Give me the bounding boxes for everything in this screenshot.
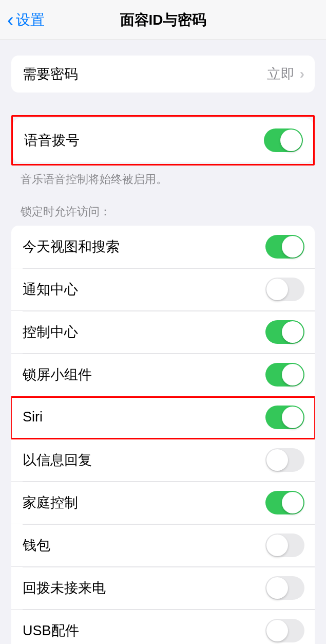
lock-access-row: Siri: [11, 396, 315, 438]
toggle-knob: [266, 279, 288, 300]
lock-access-row: 钱包: [11, 524, 315, 566]
lock-access-row: 今天视图和搜索: [11, 226, 315, 268]
lock-access-toggle[interactable]: [265, 363, 304, 387]
voice-dial-group: 语音拨号: [13, 118, 313, 162]
lock-access-toggle[interactable]: [265, 406, 304, 429]
toggle-knob: [266, 535, 288, 556]
require-passcode-row[interactable]: 需要密码 立即 ›: [11, 56, 315, 93]
lock-access-row: 家庭控制: [11, 481, 315, 524]
lock-access-label: 锁屏小组件: [23, 365, 92, 384]
lock-access-toggle[interactable]: [265, 533, 304, 557]
lock-access-toggle[interactable]: [265, 235, 304, 259]
lock-access-row: 锁屏小组件: [11, 353, 315, 396]
page-title: 面容ID与密码: [120, 10, 206, 30]
toggle-knob: [266, 449, 288, 471]
lock-access-toggle[interactable]: [265, 491, 304, 514]
lock-access-label: 以信息回复: [23, 451, 92, 469]
lock-access-toggle[interactable]: [265, 619, 304, 642]
lock-access-label: Siri: [23, 409, 43, 425]
voice-dial-toggle[interactable]: [264, 128, 303, 152]
toggle-knob: [266, 577, 288, 599]
lock-access-row: 以信息回复: [11, 438, 315, 481]
lock-access-label: USB配件: [23, 621, 79, 640]
voice-dial-row: 语音拨号: [13, 118, 313, 162]
lock-access-header: 锁定时允许访问：: [0, 188, 326, 226]
back-button[interactable]: ‹ 设置: [0, 10, 45, 30]
chevron-left-icon: ‹: [7, 10, 14, 30]
navigation-bar: ‹ 设置 面容ID与密码: [0, 0, 326, 40]
toggle-knob: [282, 321, 303, 343]
toggle-knob: [282, 364, 303, 385]
chevron-right-icon: ›: [300, 66, 304, 82]
toggle-knob: [282, 492, 303, 513]
lock-access-row: USB配件: [11, 609, 315, 644]
toggle-knob: [282, 236, 303, 257]
lock-access-label: 今天视图和搜索: [23, 237, 120, 256]
require-passcode-group: 需要密码 立即 ›: [11, 56, 315, 93]
toggle-knob: [266, 620, 288, 641]
lock-access-row: 通知中心: [11, 268, 315, 310]
voice-dial-label: 语音拨号: [24, 131, 80, 150]
voice-dial-highlight: 语音拨号: [11, 115, 315, 165]
lock-access-group: 今天视图和搜索通知中心控制中心锁屏小组件Siri以信息回复家庭控制钱包回拨未接来…: [11, 226, 315, 644]
toggle-knob: [280, 130, 302, 151]
lock-access-row: 控制中心: [11, 310, 315, 353]
toggle-knob: [282, 407, 303, 428]
back-label: 设置: [16, 10, 45, 30]
lock-access-toggle[interactable]: [265, 576, 304, 600]
lock-access-label: 通知中心: [23, 280, 78, 299]
lock-access-label: 控制中心: [23, 323, 78, 341]
lock-access-toggle[interactable]: [265, 278, 304, 301]
lock-access-toggle[interactable]: [265, 320, 304, 344]
lock-access-label: 回拨未接来电: [23, 579, 106, 597]
voice-dial-footer: 音乐语音控制将始终被启用。: [0, 165, 326, 188]
require-passcode-label: 需要密码: [23, 65, 78, 83]
lock-access-toggle[interactable]: [265, 448, 304, 472]
lock-access-label: 家庭控制: [23, 493, 78, 512]
lock-access-row: 回拨未接来电: [11, 566, 315, 609]
require-passcode-value: 立即 ›: [267, 65, 304, 83]
lock-access-label: 钱包: [23, 536, 50, 555]
